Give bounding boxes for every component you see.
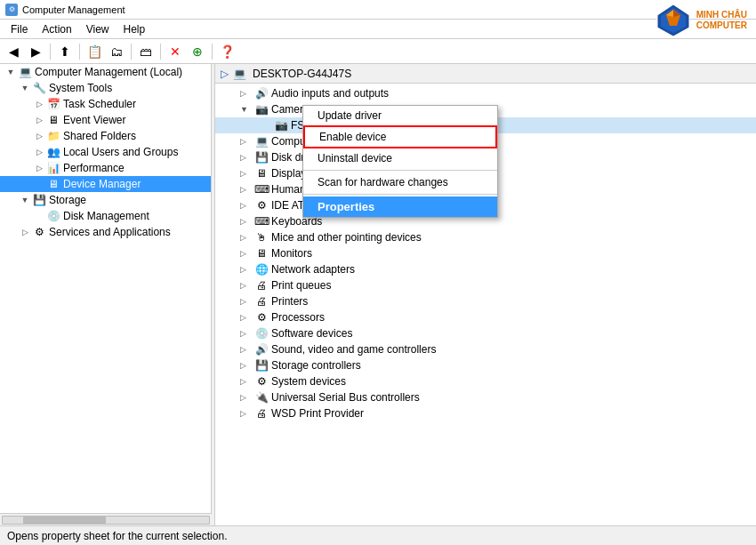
tree-services-apps[interactable]: ▷ ⚙ Services and Applications: [0, 224, 211, 240]
tree-local-users[interactable]: ▷ 👥 Local Users and Groups: [0, 144, 211, 160]
device-printers[interactable]: ▷ 🖨 Printers: [215, 293, 756, 309]
tree-device-manager[interactable]: 🖥 Device Manager: [0, 176, 211, 192]
context-enable-device[interactable]: Enable device: [303, 125, 497, 148]
status-text: Opens property sheet for the current sel…: [7, 530, 227, 542]
tree-system-tools[interactable]: ▼ 🔧 System Tools: [0, 80, 211, 96]
menu-action[interactable]: Action: [35, 21, 78, 37]
printers-icon: 🖨: [254, 294, 269, 309]
monitors-icon: 🖥: [254, 246, 269, 260]
device-monitors[interactable]: ▷ 🖥 Monitors: [215, 245, 756, 261]
tree-shared-folders[interactable]: ▷ 📁 Shared Folders: [0, 128, 211, 144]
menu-file[interactable]: File: [4, 21, 35, 37]
tree-performance[interactable]: ▷ 📊 Performance: [0, 160, 211, 176]
local-users-label: Local Users and Groups: [63, 146, 178, 158]
up-button[interactable]: ⬆: [55, 42, 75, 61]
menu-bar: File Action View Help: [0, 20, 756, 39]
new-window-button[interactable]: 🗃: [136, 42, 156, 61]
network-icon: 🌐: [254, 262, 269, 277]
performance-label: Performance: [63, 162, 125, 174]
cameras-icon: 📷: [254, 102, 269, 116]
task-scheduler-label: Task Scheduler: [63, 98, 136, 110]
event-viewer-icon: 🖥: [46, 113, 60, 127]
device-storage-ctrl[interactable]: ▷ 💾 Storage controllers: [215, 357, 756, 373]
desktop-icon: 💻: [232, 67, 246, 81]
shared-folders-icon: 📁: [46, 129, 60, 143]
system-tools-icon: 🔧: [32, 81, 46, 95]
logo-diamond-icon: [655, 3, 691, 38]
scroll-thumb[interactable]: [23, 517, 106, 524]
keyboards-icon: ⌨: [254, 214, 269, 228]
system-devices-icon: ⚙: [254, 374, 269, 389]
menu-view[interactable]: View: [79, 21, 117, 37]
forward-button[interactable]: ▶: [26, 42, 45, 61]
context-uninstall-device[interactable]: Uninstall device: [303, 148, 497, 168]
performance-icon: 📊: [46, 161, 60, 175]
display-icon: 🖥: [254, 166, 269, 180]
audio-icon: 🔊: [254, 86, 269, 100]
properties-button[interactable]: ⊕: [188, 42, 207, 61]
device-mice[interactable]: ▷ 🖱 Mice and other pointing devices: [215, 229, 756, 245]
toolbar: ◀ ▶ ⬆ 📋 🗂 🗃 ✕ ⊕ ❓: [0, 39, 756, 64]
device-manager-icon: 🖥: [46, 177, 60, 191]
help-button[interactable]: ❓: [217, 42, 237, 61]
processors-icon: ⚙: [254, 310, 269, 325]
back-button[interactable]: ◀: [4, 42, 23, 61]
tree-storage[interactable]: ▼ 💾 Storage: [0, 192, 211, 208]
computer-dev-icon: 💻: [254, 134, 269, 148]
expand-task-scheduler[interactable]: ▷: [32, 97, 46, 111]
device-sound[interactable]: ▷ 🔊 Sound, video and game controllers: [215, 341, 756, 357]
delete-button[interactable]: ✕: [165, 42, 185, 61]
left-scrollbar[interactable]: [0, 513, 212, 525]
device-network[interactable]: ▷ 🌐 Network adapters: [215, 261, 756, 277]
show-hide-tree-button[interactable]: 📋: [84, 42, 104, 61]
system-tools-label: System Tools: [49, 82, 112, 94]
event-viewer-label: Event Viewer: [63, 114, 125, 126]
device-audio[interactable]: ▷ 🔊 Audio inputs and outputs: [215, 85, 756, 101]
logo-area: MINH CHÂU COMPUTER: [655, 3, 747, 38]
wsd-icon: 🖨: [254, 406, 269, 421]
expand-root[interactable]: ▼: [4, 65, 18, 79]
print-queues-icon: 🖨: [254, 278, 269, 293]
device-print-queues[interactable]: ▷ 🖨 Print queues: [215, 277, 756, 293]
hid-icon: ⌨: [254, 182, 269, 196]
expand-disk-management[interactable]: [32, 209, 46, 223]
tree-root[interactable]: ▼ 💻 Computer Management (Local): [0, 64, 211, 80]
device-usb[interactable]: ▷ 🔌 Universal Serial Bus controllers: [215, 389, 756, 405]
expand-local-users[interactable]: ▷: [32, 145, 46, 159]
ide-icon: ⚙: [254, 198, 269, 212]
expand-services-apps[interactable]: ▷: [18, 225, 32, 239]
context-update-driver[interactable]: Update driver: [303, 106, 497, 125]
title-bar: ⚙ Computer Management MINH CHÂU COMPUTER: [0, 0, 756, 20]
scroll-track[interactable]: [2, 516, 210, 525]
device-manager-label: Device Manager: [63, 178, 141, 190]
services-apps-icon: ⚙: [32, 225, 46, 239]
expand-storage[interactable]: ▼: [18, 193, 32, 207]
tree-task-scheduler[interactable]: ▷ 📅 Task Scheduler: [0, 96, 211, 112]
disk-management-icon: 💿: [46, 209, 60, 223]
context-menu: Update driver Enable device Uninstall de…: [302, 105, 498, 218]
show-button[interactable]: 🗂: [107, 42, 126, 61]
expand-shared-folders[interactable]: ▷: [32, 129, 46, 143]
expand-event-viewer[interactable]: ▷: [32, 113, 46, 127]
app-icon: ⚙: [5, 4, 18, 16]
device-processors[interactable]: ▷ ⚙ Processors: [215, 309, 756, 325]
tree-event-viewer[interactable]: ▷ 🖥 Event Viewer: [0, 112, 211, 128]
storage-ctrl-icon: 💾: [254, 358, 269, 373]
left-panel: ▼ 💻 Computer Management (Local) ▼ 🔧 Syst…: [0, 64, 212, 525]
root-label: Computer Management (Local): [35, 66, 182, 78]
device-wsd[interactable]: ▷ 🖨 WSD Print Provider: [215, 405, 756, 421]
menu-help[interactable]: Help: [117, 21, 153, 37]
tree-disk-management[interactable]: 💿 Disk Management: [0, 208, 211, 224]
context-scan-hardware[interactable]: Scan for hardware changes: [303, 172, 497, 192]
disk-management-label: Disk Management: [63, 210, 149, 222]
toolbar-sep-3: [131, 44, 132, 60]
device-software[interactable]: ▷ 💿 Software devices: [215, 325, 756, 341]
logo-company-name: MINH CHÂU COMPUTER: [696, 10, 747, 31]
expand-system-tools[interactable]: ▼: [18, 81, 32, 95]
expand-device-manager[interactable]: [32, 177, 46, 191]
expand-performance[interactable]: ▷: [32, 161, 46, 175]
disk-drives-icon: 💾: [254, 150, 269, 164]
device-system-devices[interactable]: ▷ ⚙ System devices: [215, 373, 756, 389]
right-panel-header: ▷ 💻 DESKTOP-G44J47S: [215, 64, 756, 84]
context-properties[interactable]: Properties: [303, 196, 497, 217]
